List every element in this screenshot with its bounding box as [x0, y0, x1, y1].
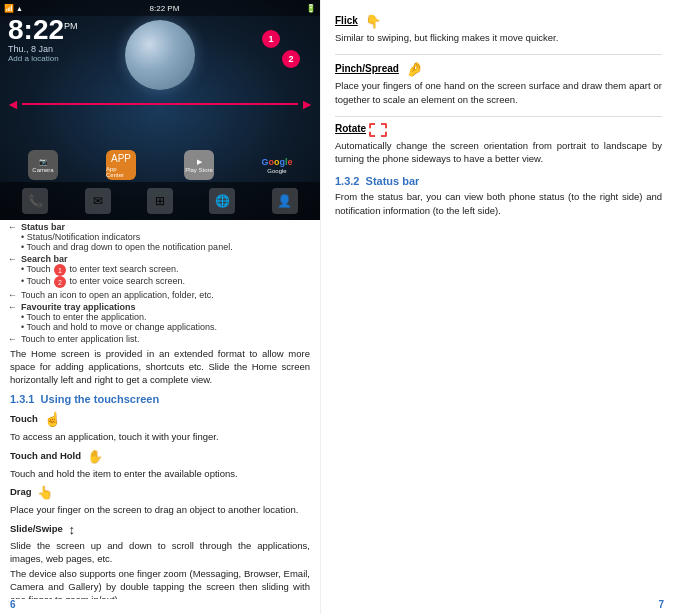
slide-desc2: The device also supports one finger zoom…	[10, 568, 310, 599]
app-list-annotation: ← Touch to enter application list.	[8, 334, 314, 344]
touch-hold-gesture-icon: ✋	[87, 448, 103, 466]
time-display: 8:22PM Thu., 8 Jan Add a location	[8, 16, 78, 63]
search-bar-annotation: ← Search bar • Touch 1 to enter text sea…	[8, 254, 314, 288]
touch-hold-heading-block: Touch and Hold ✋	[10, 448, 310, 466]
camera-icon[interactable]: 📷 Camera	[28, 150, 58, 180]
flick-desc: Similar to swiping, but flicking makes i…	[335, 31, 662, 44]
drag-heading-block: Drag 👆	[10, 484, 310, 502]
app-icons-row: 📷 Camera APP App Center ▶ Play Store Goo…	[0, 150, 320, 180]
flick-heading-block: Flick 👇	[335, 14, 662, 29]
moon-graphic	[125, 20, 195, 90]
contacts-fav-icon[interactable]: 👤	[272, 188, 298, 214]
apps-grid-icon[interactable]: ⊞	[147, 188, 173, 214]
section-1-3-2-heading: 1.3.2 Status bar	[335, 175, 662, 187]
touch-heading-block: Touch ☝	[10, 410, 310, 429]
rotate-desc: Automatically change the screen orientat…	[335, 139, 662, 166]
circle-1: 1	[262, 30, 280, 48]
fav-tray: 📞 ✉ ⊞ 🌐 👤	[0, 182, 320, 220]
divider-1	[335, 54, 662, 55]
pinch-gesture-icon: 🤌	[406, 61, 423, 77]
icon-annotation: ← Touch an icon to open an application, …	[8, 290, 314, 300]
rotate-section: Rotate Automatically change the screen o…	[335, 123, 662, 166]
divider-2	[335, 116, 662, 117]
battery-icon: 🔋	[306, 4, 316, 13]
status-bar-annotation: ← Status bar • Status/Notification indic…	[8, 222, 314, 252]
drag-gesture-icon: 👆	[37, 484, 53, 502]
status-left-icons: 📶 ▲	[4, 4, 23, 13]
location-display: Add a location	[8, 54, 78, 63]
annotations-area: ← Status bar • Status/Notification indic…	[0, 220, 320, 346]
right-panel: Flick 👇 Similar to swiping, but flicking…	[320, 0, 674, 614]
rotate-heading-block: Rotate	[335, 123, 662, 137]
touch-hold-desc: Touch and hold the item to enter the ava…	[10, 468, 310, 481]
home-screen-desc: The Home screen is provided in an extend…	[0, 346, 320, 599]
slide-heading-block: Slide/Swipe ↕	[10, 521, 310, 539]
wifi-icon: ▲	[16, 5, 23, 12]
phone-fav-icon[interactable]: 📞	[22, 188, 48, 214]
phone-screen: 📶 ▲ 8:22 PM 🔋 8:22PM Thu., 8 Jan Add a l…	[0, 0, 320, 220]
left-body-content: The Home screen is provided in an extend…	[0, 346, 320, 599]
slide-desc1: Slide the screen up and down to scroll t…	[10, 540, 310, 566]
signal-icon: 📶	[4, 4, 14, 13]
pinch-desc: Place your fingers of one hand on the sc…	[335, 79, 662, 106]
left-page-number: 6	[10, 599, 310, 610]
right-page-number: 7	[658, 599, 664, 610]
status-bar-desc: From the status bar, you can view both p…	[335, 190, 662, 217]
clock-time: 8:22PM	[8, 16, 78, 44]
time-small: 8:22 PM	[150, 4, 180, 13]
browser-fav-icon[interactable]: 🌐	[209, 188, 235, 214]
touch-gesture-icon: ☝	[44, 410, 61, 429]
slide-gesture-icon: ↕	[68, 521, 75, 539]
date-display: Thu., 8 Jan	[8, 44, 78, 54]
section-1-3-1-heading: 1.3.1 Using the touchscreen	[10, 392, 310, 407]
swipe-arrows: ◄ ►	[6, 96, 314, 112]
flick-section: Flick 👇 Similar to swiping, but flicking…	[335, 14, 662, 44]
left-panel: 📶 ▲ 8:22 PM 🔋 8:22PM Thu., 8 Jan Add a l…	[0, 0, 320, 614]
status-right-icons: 🔋	[306, 4, 316, 13]
messaging-fav-icon[interactable]: ✉	[85, 188, 111, 214]
play-store-icon[interactable]: ▶ Play Store	[184, 150, 214, 180]
flick-gesture-icon: 👇	[365, 14, 381, 29]
fav-tray-annotation: ← Favourite tray applications • Touch to…	[8, 302, 314, 332]
pinch-section: Pinch/Spread 🤌 Place your fingers of one…	[335, 61, 662, 106]
touch-desc: To access an application, touch it with …	[10, 431, 310, 444]
google-icon[interactable]: Google Google	[262, 150, 292, 180]
app-center-icon[interactable]: APP App Center	[106, 150, 136, 180]
drag-desc: Place your finger on the screen to drag …	[10, 504, 310, 517]
left-page-num-area: 6	[0, 599, 320, 614]
pinch-heading-block: Pinch/Spread 🤌	[335, 61, 662, 77]
circle-2: 2	[282, 50, 300, 68]
rotate-icon	[369, 123, 387, 137]
